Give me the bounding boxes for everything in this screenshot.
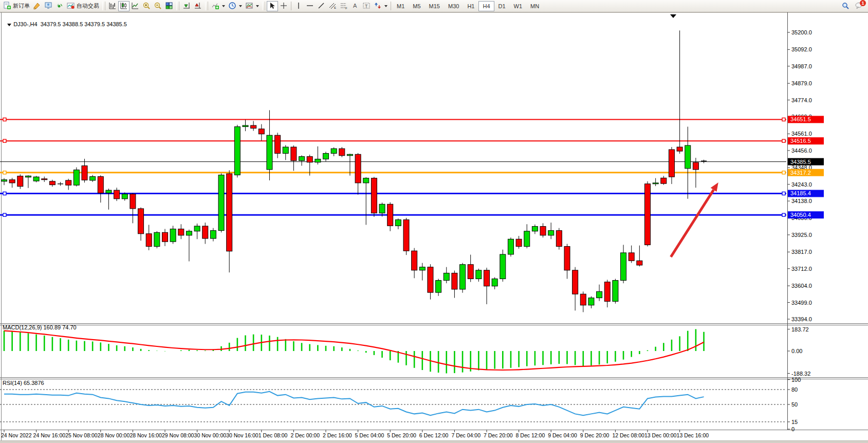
- svg-text:13 Dec 00:00: 13 Dec 00:00: [644, 432, 677, 438]
- crosshair-icon: [280, 2, 288, 11]
- panel-borders: [0, 12, 868, 443]
- chart-header-text: DJ30-,H4 34379.5 34388.5 34379.5 34385.5: [13, 21, 127, 27]
- chart-canvas[interactable]: 35200.035092.034987.034879.034774.034669…: [0, 12, 868, 443]
- trendline-button[interactable]: [316, 1, 327, 11]
- line-chart-button[interactable]: [130, 1, 141, 11]
- templates-icon: [245, 2, 253, 11]
- svg-text:2 Dec 16:00: 2 Dec 16:00: [323, 432, 352, 438]
- svg-text:35200.0: 35200.0: [791, 29, 812, 35]
- svg-text:15: 15: [791, 419, 798, 425]
- text-button[interactable]: A: [349, 1, 361, 11]
- mt4-window: { "toolbar": { "new_order_label": "新订单",…: [0, 0, 868, 443]
- text-a-icon: A: [351, 2, 359, 11]
- tab-M30[interactable]: M30: [444, 1, 463, 11]
- svg-text:A: A: [353, 3, 357, 9]
- auto-scroll-icon: [182, 2, 191, 11]
- svg-text:34185.4: 34185.4: [790, 190, 811, 196]
- toolbar-grip: [205, 2, 208, 10]
- zoom-out-button[interactable]: [152, 1, 163, 11]
- crayon-button[interactable]: [31, 1, 43, 11]
- svg-text:34879.0: 34879.0: [791, 80, 812, 86]
- tile-windows-button[interactable]: [163, 1, 175, 11]
- indicators-button[interactable]: [210, 1, 227, 11]
- periods-caret-icon[interactable]: [239, 5, 242, 7]
- svg-text:2 Dec 00:00: 2 Dec 00:00: [290, 432, 320, 438]
- scroll-to-end-icon[interactable]: [670, 14, 676, 18]
- toolbar-separator: [391, 2, 391, 10]
- svg-text:34651.5: 34651.5: [790, 116, 811, 122]
- fibonacci-button[interactable]: F: [338, 1, 349, 11]
- auto-scroll-button[interactable]: [181, 1, 192, 11]
- line-chart-icon: [131, 2, 139, 11]
- zoom-in-button[interactable]: [141, 1, 152, 11]
- arrows-caret-icon[interactable]: [384, 5, 387, 7]
- bar-chart-button[interactable]: [107, 1, 118, 11]
- chart-svg[interactable]: 35200.035092.034987.034879.034774.034669…: [0, 12, 868, 443]
- text-label-icon: T: [362, 2, 371, 11]
- svg-text:50: 50: [791, 401, 798, 408]
- tab-H1[interactable]: H1: [463, 1, 478, 11]
- crosshair-button[interactable]: [278, 1, 289, 11]
- svg-text:25 Nov 08:00: 25 Nov 08:00: [65, 432, 98, 438]
- text-label-button[interactable]: T: [361, 1, 372, 11]
- toolbar-grip: [262, 2, 265, 10]
- autotrade-button[interactable]: 自动交易: [65, 1, 101, 11]
- svg-text:30 Nov 16:00: 30 Nov 16:00: [226, 432, 258, 438]
- tile-windows-icon: [165, 2, 173, 11]
- chart-header: DJ30-,H4 34379.5 34388.5 34379.5 34385.5: [4, 15, 127, 27]
- tab-H4[interactable]: H4: [478, 1, 494, 11]
- channel-icon: E: [328, 2, 337, 11]
- svg-text:F: F: [345, 7, 347, 10]
- channel-button[interactable]: E: [327, 1, 338, 11]
- tab-M1[interactable]: M1: [393, 1, 409, 11]
- svg-text:-188.32: -188.32: [791, 371, 810, 377]
- candles-layer: [2, 30, 707, 312]
- new-order-icon: [3, 2, 11, 11]
- tab-MN[interactable]: MN: [526, 1, 543, 11]
- publisher-button[interactable]: [43, 1, 54, 11]
- templates-button[interactable]: [244, 1, 261, 11]
- signal-button[interactable]: [54, 1, 65, 11]
- collapse-icon[interactable]: [7, 24, 11, 26]
- arrows-button[interactable]: [372, 1, 389, 11]
- chat-button[interactable]: 1: [851, 1, 866, 11]
- timeframe-bar: M1M5M15M30H1H4D1W1MN: [393, 1, 543, 11]
- tab-M5[interactable]: M5: [409, 1, 424, 11]
- zoom-in-icon: [142, 2, 151, 11]
- rsi-line: [4, 392, 704, 415]
- macd-label: MACD(12,26,9) 160.89 74.70: [3, 324, 77, 330]
- new-order-label: 新订单: [13, 2, 30, 10]
- svg-text:35092.0: 35092.0: [791, 46, 812, 52]
- svg-text:9 Dec 20:00: 9 Dec 20:00: [580, 432, 610, 438]
- templates-caret-icon[interactable]: [256, 5, 259, 7]
- toolbar-grip: [176, 2, 179, 10]
- candle-chart-button[interactable]: [118, 1, 130, 11]
- svg-text:34317.2: 34317.2: [790, 170, 811, 176]
- cursor-icon: [268, 2, 276, 11]
- svg-text:34774.0: 34774.0: [791, 97, 812, 103]
- svg-text:T: T: [365, 3, 368, 8]
- horizontal-line-button[interactable]: [304, 1, 316, 11]
- svg-text:33604.0: 33604.0: [791, 283, 812, 289]
- chat-badge: 1: [860, 0, 866, 6]
- cursor-button[interactable]: [267, 1, 278, 11]
- svg-text:7 Dec 20:00: 7 Dec 20:00: [484, 432, 513, 438]
- tab-D1[interactable]: D1: [494, 1, 510, 11]
- vertical-line-button[interactable]: [293, 1, 304, 11]
- svg-text:6 Dec 12:00: 6 Dec 12:00: [419, 432, 449, 438]
- periods-button[interactable]: [227, 1, 244, 11]
- tab-W1[interactable]: W1: [510, 1, 527, 11]
- chart-shift-button[interactable]: [192, 1, 204, 11]
- new-order-button[interactable]: 新订单: [2, 1, 31, 11]
- crayon-icon: [33, 2, 41, 11]
- zoom-out-icon: [154, 2, 162, 11]
- svg-text:1 Dec 08:00: 1 Dec 08:00: [258, 432, 288, 438]
- svg-text:100: 100: [791, 377, 801, 383]
- horizontal-lines: [0, 118, 786, 216]
- indicators-caret-icon[interactable]: [222, 5, 225, 7]
- svg-text:34561.0: 34561.0: [791, 131, 812, 137]
- svg-text:24 Nov 16:00: 24 Nov 16:00: [33, 432, 66, 438]
- time-axis: 24 Nov 202224 Nov 16:0025 Nov 08:0028 No…: [1, 430, 709, 438]
- search-button[interactable]: [840, 1, 851, 11]
- tab-M15[interactable]: M15: [425, 1, 444, 11]
